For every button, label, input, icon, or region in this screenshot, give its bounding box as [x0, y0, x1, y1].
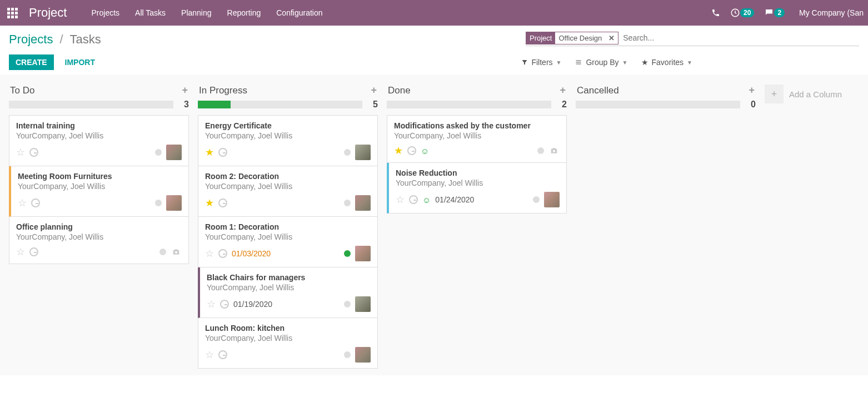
column-add-icon[interactable]: + [749, 85, 755, 96]
facet-remove-icon[interactable]: ✕ [605, 34, 618, 42]
column-progress [576, 101, 740, 108]
import-button[interactable]: IMPORT [65, 58, 95, 67]
nav-links: Projects All Tasks Planning Reporting Co… [84, 4, 711, 22]
status-dot[interactable] [344, 149, 351, 156]
column-title[interactable]: Done [388, 85, 411, 96]
kanban-card[interactable]: Lunch Room: kitchen YourCompany, Joel Wi… [198, 318, 378, 369]
column-progress [387, 101, 551, 108]
right-icons: 20 2 My Company (San [711, 8, 864, 18]
avatar[interactable] [166, 195, 182, 211]
clock-icon[interactable] [29, 148, 38, 157]
kanban-card[interactable]: Modifications asked by the customer Your… [387, 115, 567, 163]
column-add-icon[interactable]: + [371, 85, 377, 96]
avatar[interactable] [355, 145, 371, 160]
avatar[interactable] [355, 195, 371, 211]
clock-icon[interactable] [218, 350, 227, 359]
clock-icon[interactable] [218, 249, 227, 258]
chat-icon[interactable]: 2 [764, 8, 785, 18]
add-column-button[interactable]: + [765, 85, 784, 103]
column-title[interactable]: Cancelled [577, 85, 619, 96]
avatar[interactable] [355, 296, 371, 312]
kanban-card[interactable]: Office planning YourCompany, Joel Willis… [9, 217, 189, 264]
column-progress [9, 101, 173, 108]
clock-icon[interactable] [220, 300, 229, 309]
card-subtitle: YourCompany, Joel Willis [18, 182, 182, 191]
column-add-icon[interactable]: + [182, 85, 188, 96]
search-facet: Project Office Design ✕ [526, 32, 618, 44]
clock-icon[interactable] [407, 146, 416, 155]
avatar[interactable] [355, 246, 371, 261]
card-title: Meeting Room Furnitures [18, 172, 182, 181]
star-icon[interactable]: ☆ [207, 298, 216, 310]
nav-link-all-tasks[interactable]: All Tasks [128, 4, 172, 22]
search-input[interactable] [618, 31, 859, 44]
camera-icon[interactable] [171, 247, 182, 256]
star-icon[interactable]: ☆ [16, 146, 25, 158]
kanban-card[interactable]: Noise Reduction YourCompany, Joel Willis… [387, 163, 567, 214]
timer-icon[interactable]: 20 [730, 8, 754, 18]
groupby-button[interactable]: Group By ▼ [575, 58, 627, 67]
kanban-card[interactable]: Room 1: Decoration YourCompany, Joel Wil… [198, 217, 378, 267]
star-icon[interactable]: ☆ [396, 193, 405, 206]
camera-icon[interactable] [548, 146, 560, 155]
apps-menu-icon[interactable] [4, 5, 20, 21]
chat-badge: 2 [774, 8, 785, 17]
status-dot[interactable] [344, 351, 351, 358]
kanban-card[interactable]: Room 2: Decoration YourCompany, Joel Wil… [198, 166, 378, 217]
breadcrumb-sep: / [60, 32, 63, 46]
kanban-column: Done + 2Modifications asked by the custo… [382, 81, 571, 214]
star-icon[interactable]: ☆ [18, 197, 27, 209]
breadcrumb: Projects / Tasks [9, 32, 101, 47]
add-column-label[interactable]: Add a Column [789, 90, 842, 99]
clock-icon[interactable] [218, 148, 227, 157]
svg-point-1 [175, 251, 177, 254]
nav-link-planning[interactable]: Planning [174, 4, 218, 22]
clock-icon[interactable] [409, 195, 418, 204]
clock-icon[interactable] [31, 198, 40, 207]
card-subtitle: YourCompany, Joel Willis [207, 283, 371, 292]
phone-icon[interactable] [711, 8, 720, 17]
kanban-card[interactable]: Black Chairs for managers YourCompany, J… [198, 267, 378, 318]
star-icon[interactable]: ☆ [16, 246, 25, 258]
star-icon[interactable]: ★ [205, 197, 214, 209]
favorites-button[interactable]: ★ Favorites ▼ [641, 58, 692, 67]
column-add-icon[interactable]: + [560, 85, 566, 96]
breadcrumb-link[interactable]: Projects [9, 32, 53, 46]
clock-icon[interactable] [218, 198, 227, 207]
smiley-icon[interactable]: ☺ [421, 146, 429, 156]
nav-link-configuration[interactable]: Configuration [270, 4, 329, 22]
card-subtitle: YourCompany, Joel Willis [16, 131, 182, 140]
column-title[interactable]: To Do [10, 85, 34, 96]
avatar[interactable] [355, 347, 371, 363]
kanban-card[interactable]: Internal training YourCompany, Joel Will… [9, 115, 189, 166]
filters-button[interactable]: Filters ▼ [521, 58, 561, 67]
kanban-card[interactable]: Energy Certificate YourCompany, Joel Wil… [198, 115, 378, 166]
clock-icon[interactable] [29, 247, 38, 256]
status-dot[interactable] [533, 196, 540, 203]
status-dot[interactable] [344, 250, 351, 257]
column-title[interactable]: In Progress [199, 85, 247, 96]
card-title: Energy Certificate [205, 121, 371, 130]
avatar[interactable] [166, 145, 182, 160]
status-dot[interactable] [537, 147, 544, 154]
star-icon[interactable]: ★ [205, 146, 214, 158]
app-title[interactable]: Project [29, 6, 67, 20]
status-dot[interactable] [155, 200, 162, 206]
status-dot[interactable] [159, 249, 166, 255]
star-icon[interactable]: ★ [394, 145, 403, 157]
star-icon[interactable]: ☆ [205, 349, 214, 361]
create-button[interactable]: CREATE [9, 54, 54, 70]
kanban-column: Cancelled + 0 [571, 81, 760, 115]
card-subtitle: YourCompany, Joel Willis [205, 334, 371, 343]
status-dot[interactable] [155, 149, 162, 156]
company-menu[interactable]: My Company (San [795, 8, 864, 17]
status-dot[interactable] [344, 200, 351, 206]
avatar[interactable] [544, 192, 560, 207]
list-icon [575, 59, 582, 66]
status-dot[interactable] [344, 301, 351, 307]
smiley-icon[interactable]: ☺ [422, 195, 431, 205]
nav-link-reporting[interactable]: Reporting [221, 4, 268, 22]
nav-link-projects[interactable]: Projects [84, 4, 126, 22]
star-icon[interactable]: ☆ [205, 247, 214, 260]
kanban-card[interactable]: Meeting Room Furnitures YourCompany, Joe… [9, 166, 189, 217]
